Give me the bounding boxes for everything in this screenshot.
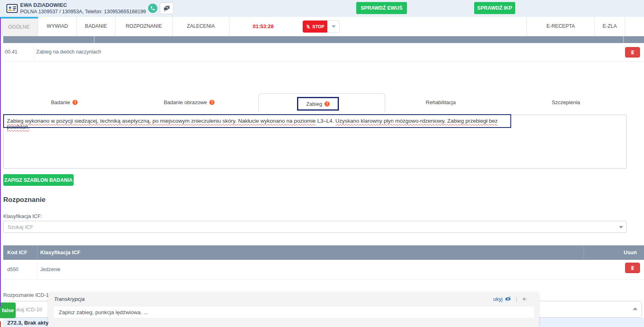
icf-label: Klasyfikacja ICF:: [3, 213, 42, 219]
exam-tab-obrazowe-label: Badanie obrazowe: [164, 99, 207, 105]
save-template-button[interactable]: ZAPISZ SZABLON BADANIA: [3, 174, 74, 186]
icf-table-header: Kod ICF Klasyfikacja ICF Usuń: [3, 245, 644, 260]
window-edge-strip: [0, 18, 1, 307]
mic-muted-icon: [305, 24, 311, 29]
procedure-code: 00.41: [5, 49, 17, 55]
check-ikp-button[interactable]: SPRAWDŹ IKP: [474, 2, 515, 14]
delete-procedure-button[interactable]: [625, 47, 640, 58]
controls-separator: |: [516, 296, 517, 302]
false-badge: false: [0, 302, 16, 318]
icf-search-input[interactable]: [3, 221, 627, 233]
patient-id-card-icon: [6, 3, 18, 14]
chat-button[interactable]: [160, 2, 173, 14]
icd10-label: Rozpoznanie ICD-10:: [3, 292, 53, 298]
alert-badge-icon: !: [324, 101, 330, 107]
delete-icf-button[interactable]: [625, 263, 640, 273]
stop-label: STOP: [312, 24, 324, 29]
tab-wywiad[interactable]: WYWIAD: [38, 17, 77, 36]
exam-tab-zabieg-active[interactable]: Zabieg !: [258, 93, 385, 112]
recording-options-dropdown[interactable]: [327, 21, 340, 33]
icf-col-delete: Usuń: [624, 249, 637, 255]
phone-icon[interactable]: [148, 4, 157, 13]
icf-col-name: Klasyfikacja ICF: [40, 249, 80, 255]
alert-badge-icon: !: [72, 100, 78, 105]
zabieg-focus-outline: Zabieg !: [297, 97, 339, 111]
stop-recording-button[interactable]: STOP: [303, 21, 327, 33]
exam-tab-szczepienia[interactable]: Szczepienia: [518, 93, 614, 111]
rozpoznanie-heading: Rozpoznanie: [3, 196, 45, 204]
procedure-note-textarea[interactable]: Zabieg wykonano w pozycji siedzącej, tec…: [3, 115, 627, 169]
exam-tab-rehabilitacja[interactable]: Rehabilitacja: [392, 93, 489, 111]
exam-tab-szczepienia-label: Szczepienia: [552, 99, 580, 105]
chevron-down-icon: [332, 25, 336, 28]
icf-table-row: d550 Jedzenie: [3, 260, 644, 280]
exam-tab-rehabilitacja-label: Rehabilitacja: [426, 99, 456, 105]
procedure-row: 00.41 Zabieg na dwóch naczyniach: [3, 43, 644, 62]
procedures-table-header: [3, 36, 644, 43]
main-nav-bar: OGÓLNE WYWIAD BADANIE ROZPOZNANIE ZALECE…: [0, 17, 644, 36]
tab-badanie[interactable]: BADANIE: [77, 17, 116, 36]
patient-details: POLNA 1309537 / 130953A, Telefon: 130953…: [20, 9, 146, 14]
hide-label: ukyj: [493, 296, 502, 302]
exam-tab-badanie[interactable]: Badanie !: [16, 93, 113, 111]
transcription-panel: Transkrypcja ukyj |: [48, 293, 539, 327]
patient-header: EWA DZIADOWIEC POLNA 1309537 / 130953A, …: [0, 0, 644, 17]
tab-ogolne[interactable]: OGÓLNE: [0, 17, 38, 36]
trash-icon: [630, 265, 635, 271]
procedure-name: Zabieg na dwóch naczyniach: [36, 49, 101, 55]
speaker-icon[interactable]: [522, 296, 528, 302]
transcription-input[interactable]: [54, 306, 534, 318]
exam-tab-badanie-label: Badanie: [51, 99, 70, 105]
check-ewus-button[interactable]: SPRAWDŹ EWUŚ: [356, 2, 407, 14]
chat-icon: [163, 5, 170, 12]
trash-icon: [630, 49, 635, 55]
hide-transcription-link[interactable]: ukyj: [493, 296, 511, 302]
procedure-note-text: Zabieg wykonano w pozycji siedzącej, tec…: [7, 118, 506, 130]
emr-consultation-page: EWA DZIADOWIEC POLNA 1309537 / 130953A, …: [0, 0, 644, 327]
transcription-controls: ukyj |: [493, 296, 528, 302]
exam-tab-zabieg-label: Zabieg: [306, 101, 322, 107]
transcription-title: Transkrypcja: [54, 296, 85, 302]
tab-rozpoznanie[interactable]: ROZPOZNANIE: [116, 17, 173, 36]
icf-col-code: Kod ICF: [7, 249, 27, 255]
icf-row-code: d550: [7, 267, 19, 272]
alert-badge-icon: !: [209, 100, 215, 105]
tab-e-recepta[interactable]: E-RECEPTA: [526, 17, 595, 36]
exam-tab-badanie-obrazowe[interactable]: Badanie obrazowe !: [137, 93, 242, 111]
recording-timer: 01:53:28: [247, 17, 279, 36]
tab-zalecenia[interactable]: ZALECENIA: [173, 17, 229, 36]
patient-name: EWA DZIADOWIEC: [20, 2, 67, 8]
icf-row-name: Jedzenie: [40, 267, 60, 272]
eye-slash-icon: [505, 296, 511, 302]
window-edge-strip-bottom: [0, 321, 1, 327]
tab-e-zla[interactable]: E-ZLA: [595, 17, 625, 36]
